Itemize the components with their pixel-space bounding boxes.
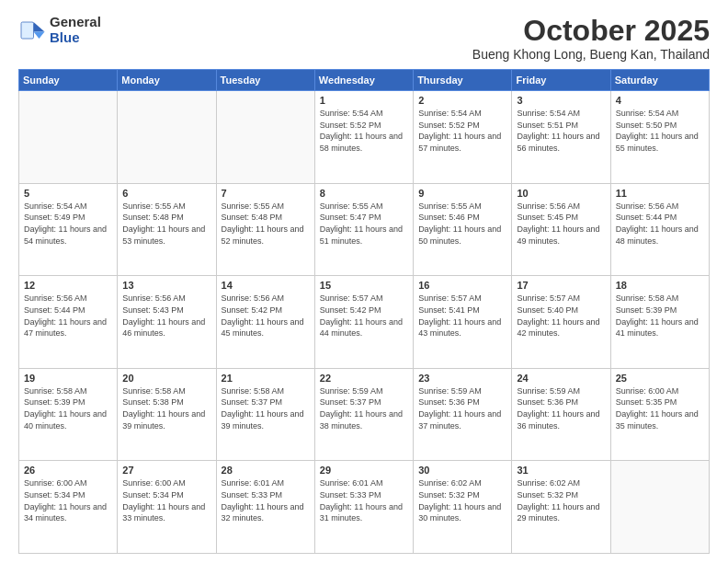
day-info: Sunrise: 5:57 AMSunset: 5:42 PMDaylight:… (320, 293, 403, 338)
svg-marker-0 (34, 22, 45, 32)
day-number: 19 (24, 373, 112, 384)
day-number: 26 (24, 465, 112, 476)
day-info: Sunrise: 5:55 AMSunset: 5:47 PMDaylight:… (320, 201, 403, 246)
day-info: Sunrise: 5:55 AMSunset: 5:46 PMDaylight:… (418, 201, 501, 246)
calendar-cell: 28 Sunrise: 6:01 AMSunset: 5:33 PMDaylig… (216, 461, 314, 554)
day-number: 13 (122, 280, 210, 291)
calendar-cell: 4 Sunrise: 5:54 AMSunset: 5:50 PMDayligh… (610, 91, 709, 184)
day-info: Sunrise: 5:58 AMSunset: 5:37 PMDaylight:… (222, 386, 304, 431)
week-row-2: 5 Sunrise: 5:54 AMSunset: 5:49 PMDayligh… (19, 183, 710, 276)
calendar-cell: 29 Sunrise: 6:01 AMSunset: 5:33 PMDaylig… (314, 461, 413, 554)
calendar-cell: 19 Sunrise: 5:58 AMSunset: 5:39 PMDaylig… (19, 368, 118, 461)
weekday-header-monday: Monday (118, 70, 216, 91)
weekday-header-tuesday: Tuesday (216, 70, 314, 91)
header: General Blue October 2025 Bueng Khong Lo… (18, 15, 710, 62)
day-number: 31 (517, 465, 605, 476)
day-info: Sunrise: 5:58 AMSunset: 5:39 PMDaylight:… (616, 293, 699, 338)
calendar-cell (118, 91, 216, 184)
day-info: Sunrise: 5:55 AMSunset: 5:48 PMDaylight:… (122, 201, 205, 246)
calendar-table: SundayMondayTuesdayWednesdayThursdayFrid… (18, 69, 710, 554)
calendar-cell: 17 Sunrise: 5:57 AMSunset: 5:40 PMDaylig… (512, 276, 610, 369)
day-number: 29 (320, 465, 408, 476)
calendar-cell: 18 Sunrise: 5:58 AMSunset: 5:39 PMDaylig… (610, 276, 709, 369)
calendar-cell (216, 91, 314, 184)
calendar-cell: 27 Sunrise: 6:00 AMSunset: 5:34 PMDaylig… (118, 461, 216, 554)
day-info: Sunrise: 5:55 AMSunset: 5:48 PMDaylight:… (222, 201, 304, 246)
day-info: Sunrise: 5:56 AMSunset: 5:43 PMDaylight:… (122, 293, 205, 338)
month-title: October 2025 (472, 15, 710, 47)
day-number: 28 (222, 465, 310, 476)
calendar-body: 1 Sunrise: 5:54 AMSunset: 5:52 PMDayligh… (19, 91, 710, 554)
day-info: Sunrise: 5:56 AMSunset: 5:42 PMDaylight:… (222, 293, 304, 338)
day-info: Sunrise: 6:00 AMSunset: 5:35 PMDaylight:… (616, 386, 699, 431)
day-info: Sunrise: 6:00 AMSunset: 5:34 PMDaylight:… (122, 478, 205, 523)
day-info: Sunrise: 5:54 AMSunset: 5:50 PMDaylight:… (616, 109, 699, 153)
day-number: 30 (418, 465, 506, 476)
location-title: Bueng Khong Long, Bueng Kan, Thailand (472, 47, 710, 62)
calendar-cell (610, 461, 709, 554)
calendar-cell: 21 Sunrise: 5:58 AMSunset: 5:37 PMDaylig… (216, 368, 314, 461)
day-number: 1 (320, 95, 408, 106)
day-number: 23 (418, 373, 506, 384)
day-info: Sunrise: 5:54 AMSunset: 5:52 PMDaylight:… (320, 109, 403, 153)
calendar-cell: 20 Sunrise: 5:58 AMSunset: 5:38 PMDaylig… (118, 368, 216, 461)
week-row-5: 26 Sunrise: 6:00 AMSunset: 5:34 PMDaylig… (19, 461, 710, 554)
weekday-header-friday: Friday (512, 70, 610, 91)
day-number: 14 (222, 280, 310, 291)
weekday-header-sunday: Sunday (19, 70, 118, 91)
day-info: Sunrise: 6:02 AMSunset: 5:32 PMDaylight:… (517, 478, 599, 523)
calendar-cell: 15 Sunrise: 5:57 AMSunset: 5:42 PMDaylig… (314, 276, 413, 369)
calendar-cell: 12 Sunrise: 5:56 AMSunset: 5:44 PMDaylig… (19, 276, 118, 369)
day-number: 4 (616, 95, 704, 106)
calendar-cell: 2 Sunrise: 5:54 AMSunset: 5:52 PMDayligh… (414, 91, 512, 184)
weekday-header: SundayMondayTuesdayWednesdayThursdayFrid… (19, 70, 710, 91)
day-info: Sunrise: 6:01 AMSunset: 5:33 PMDaylight:… (222, 478, 304, 523)
calendar-cell: 23 Sunrise: 5:59 AMSunset: 5:36 PMDaylig… (414, 368, 512, 461)
day-info: Sunrise: 5:59 AMSunset: 5:37 PMDaylight:… (320, 386, 403, 431)
calendar-cell: 16 Sunrise: 5:57 AMSunset: 5:41 PMDaylig… (414, 276, 512, 369)
calendar-cell: 7 Sunrise: 5:55 AMSunset: 5:48 PMDayligh… (216, 183, 314, 276)
day-number: 2 (418, 95, 506, 106)
day-info: Sunrise: 5:59 AMSunset: 5:36 PMDaylight:… (418, 386, 501, 431)
day-number: 21 (222, 373, 310, 384)
day-info: Sunrise: 5:57 AMSunset: 5:40 PMDaylight:… (517, 293, 599, 338)
day-info: Sunrise: 5:54 AMSunset: 5:52 PMDaylight:… (418, 109, 501, 153)
logo-text: General Blue (50, 15, 101, 45)
calendar-cell: 22 Sunrise: 5:59 AMSunset: 5:37 PMDaylig… (314, 368, 413, 461)
logo-icon (18, 17, 46, 44)
day-number: 3 (517, 95, 605, 106)
calendar-cell: 25 Sunrise: 6:00 AMSunset: 5:35 PMDaylig… (610, 368, 709, 461)
day-number: 5 (24, 188, 112, 199)
day-number: 8 (320, 188, 408, 199)
calendar-cell: 8 Sunrise: 5:55 AMSunset: 5:47 PMDayligh… (314, 183, 413, 276)
day-number: 9 (418, 188, 506, 199)
day-number: 18 (616, 280, 704, 291)
day-number: 22 (320, 373, 408, 384)
day-number: 17 (517, 280, 605, 291)
week-row-4: 19 Sunrise: 5:58 AMSunset: 5:39 PMDaylig… (19, 368, 710, 461)
calendar-cell: 31 Sunrise: 6:02 AMSunset: 5:32 PMDaylig… (512, 461, 610, 554)
day-info: Sunrise: 6:01 AMSunset: 5:33 PMDaylight:… (320, 478, 403, 523)
calendar-cell: 9 Sunrise: 5:55 AMSunset: 5:46 PMDayligh… (414, 183, 512, 276)
day-info: Sunrise: 5:58 AMSunset: 5:39 PMDaylight:… (24, 386, 107, 431)
day-info: Sunrise: 5:56 AMSunset: 5:45 PMDaylight:… (517, 201, 599, 246)
svg-marker-1 (34, 31, 45, 39)
day-number: 10 (517, 188, 605, 199)
day-number: 11 (616, 188, 704, 199)
day-number: 20 (122, 373, 210, 384)
day-info: Sunrise: 5:57 AMSunset: 5:41 PMDaylight:… (418, 293, 501, 338)
weekday-header-thursday: Thursday (414, 70, 512, 91)
day-number: 7 (222, 188, 310, 199)
day-number: 15 (320, 280, 408, 291)
calendar-cell: 11 Sunrise: 5:56 AMSunset: 5:44 PMDaylig… (610, 183, 709, 276)
day-number: 16 (418, 280, 506, 291)
day-info: Sunrise: 5:56 AMSunset: 5:44 PMDaylight:… (616, 201, 699, 246)
calendar-cell: 24 Sunrise: 5:59 AMSunset: 5:36 PMDaylig… (512, 368, 610, 461)
weekday-header-wednesday: Wednesday (314, 70, 413, 91)
day-info: Sunrise: 5:54 AMSunset: 5:51 PMDaylight:… (517, 109, 599, 153)
day-info: Sunrise: 5:59 AMSunset: 5:36 PMDaylight:… (517, 386, 599, 431)
day-info: Sunrise: 6:00 AMSunset: 5:34 PMDaylight:… (24, 478, 107, 523)
calendar-cell: 1 Sunrise: 5:54 AMSunset: 5:52 PMDayligh… (314, 91, 413, 184)
calendar-cell: 30 Sunrise: 6:02 AMSunset: 5:32 PMDaylig… (414, 461, 512, 554)
day-number: 27 (122, 465, 210, 476)
